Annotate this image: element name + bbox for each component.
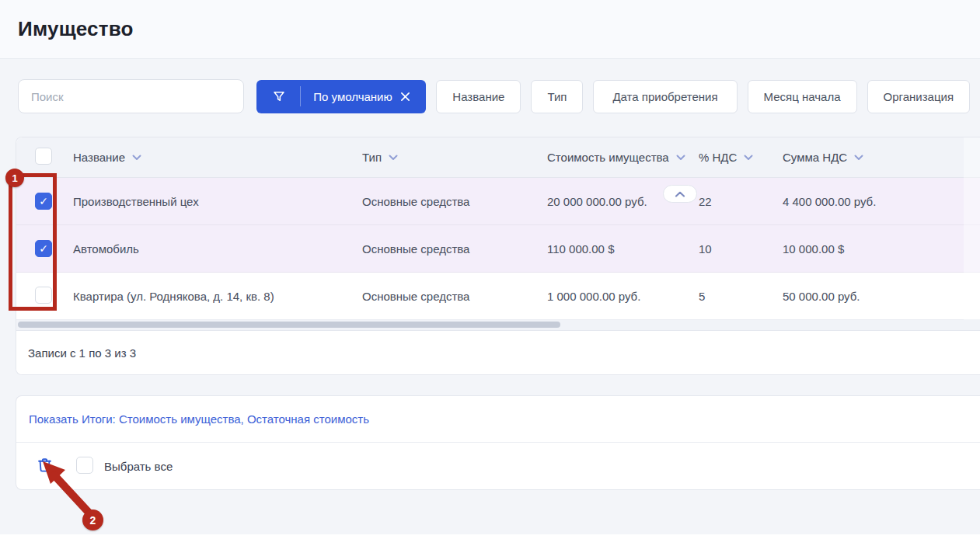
records-info: Записи с 1 по 3 из 3: [16, 330, 980, 374]
toolbar: По умолчанию Название Тип Дата приобрете…: [0, 59, 980, 113]
column-header-name[interactable]: Название: [73, 151, 362, 164]
cell-type: Основные средства: [362, 195, 547, 208]
button-divider: [300, 86, 301, 106]
chevron-down-icon: [854, 155, 863, 161]
table-row[interactable]: Производственный цех Основные средства 2…: [16, 178, 980, 225]
filter-chip-type[interactable]: Тип: [531, 80, 583, 113]
cell-vat-percent: 10: [699, 242, 783, 256]
cell-vat-sum: 50 000.00 руб.: [783, 290, 980, 303]
column-header-type[interactable]: Тип: [362, 151, 547, 164]
search-input[interactable]: [18, 79, 244, 113]
column-header-vat-sum[interactable]: Сумма НДС: [783, 151, 980, 164]
cell-cost: 1 000 000.00 руб.: [547, 290, 699, 303]
actions-row: Выбрать все: [16, 443, 980, 489]
horizontal-scrollbar-track[interactable]: [16, 320, 980, 330]
cell-vat-sum: 10 000.00 $: [783, 242, 980, 256]
collapse-filters-button[interactable]: [663, 185, 697, 203]
table-footer-panel: Показать Итоги: Стоимость имущества, Ост…: [16, 395, 980, 490]
column-header-vat-percent[interactable]: % НДС: [699, 151, 783, 164]
table-header-row: Название Тип Стоимость имущества % НДС С…: [16, 137, 980, 178]
select-all-header-checkbox[interactable]: [35, 148, 52, 165]
filter-chips: Название Тип Дата приобретения Месяц нач…: [436, 80, 980, 113]
cell-vat-percent: 22: [699, 195, 783, 208]
cell-vat-percent: 5: [699, 290, 783, 303]
chevron-down-icon: [676, 155, 685, 161]
filter-button-label: По умолчанию: [313, 90, 392, 103]
cell-cost: 110 000.00 $: [547, 242, 699, 256]
chevron-down-icon: [389, 155, 398, 161]
column-header-cost[interactable]: Стоимость имущества: [547, 151, 699, 164]
cell-name: Квартира (ул. Роднякова, д. 14, кв. 8): [73, 290, 362, 303]
filter-chip-name[interactable]: Название: [436, 80, 521, 113]
chevron-down-icon: [744, 155, 753, 161]
default-filter-button[interactable]: По умолчанию: [256, 80, 426, 113]
cell-name: Производственный цех: [73, 195, 362, 208]
totals-row: Показать Итоги: Стоимость имущества, Ост…: [16, 396, 980, 443]
horizontal-scrollbar-thumb[interactable]: [18, 322, 560, 328]
annotation-checkbox-highlight: [9, 173, 57, 311]
bottom-strip: [0, 534, 980, 539]
filter-chip-organization[interactable]: Организация: [867, 80, 970, 113]
table-row[interactable]: Квартира (ул. Роднякова, д. 14, кв. 8) О…: [16, 273, 980, 320]
cell-name: Автомобиль: [73, 242, 362, 256]
annotation-step-1-badge: 1: [5, 169, 24, 187]
show-totals-link[interactable]: Показать Итоги: Стоимость имущества, Ост…: [29, 412, 369, 426]
chevron-up-icon: [675, 191, 685, 197]
clear-filter-icon[interactable]: [400, 92, 410, 102]
filter-chip-start-month[interactable]: Месяц начала: [748, 80, 857, 113]
filter-chip-purchase-date[interactable]: Дата приобретения: [593, 80, 737, 113]
annotation-step-2-badge: 2: [82, 509, 103, 530]
page-title: Имущество: [18, 17, 134, 41]
filter-funnel-icon: [272, 89, 286, 103]
page-content: По умолчанию Название Тип Дата приобрете…: [0, 59, 980, 534]
table-row[interactable]: Автомобиль Основные средства 110 000.00 …: [16, 225, 980, 273]
assets-table: Название Тип Стоимость имущества % НДС С…: [16, 137, 980, 375]
page-header: Имущество: [0, 0, 980, 59]
select-all-label: Выбрать все: [104, 460, 173, 473]
chevron-down-icon: [132, 155, 141, 161]
cell-vat-sum: 4 400 000.00 руб.: [783, 195, 980, 208]
cell-type: Основные средства: [362, 242, 547, 256]
cell-type: Основные средства: [362, 290, 547, 303]
assets-page: Имущество По умолчанию Название Тип Дата…: [0, 0, 980, 539]
